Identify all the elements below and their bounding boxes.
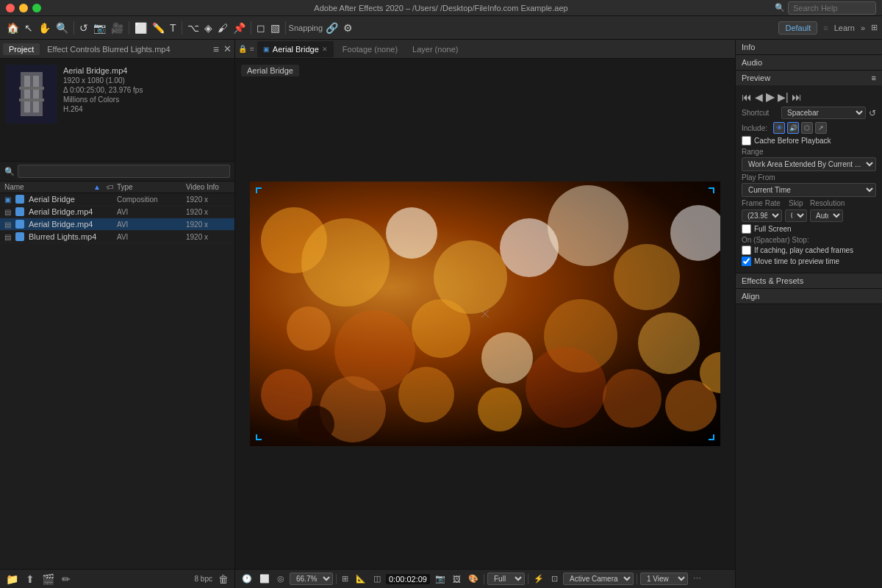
effects-presets-header[interactable]: Effects & Presets [736, 273, 882, 288]
shortcut-row: Shortcut Spacebar ↺ [742, 107, 876, 119]
skip-select[interactable]: 0 [785, 209, 807, 222]
file-info-aerial-comp: 1920 x [186, 196, 230, 204]
pen-tool[interactable]: ✏️ [150, 21, 167, 35]
info-section-header[interactable]: Info [736, 40, 882, 54]
tab-project[interactable]: Project [3, 43, 40, 55]
search-help-input[interactable] [788, 1, 876, 15]
rotate-tool[interactable]: ↺ [77, 21, 90, 35]
resolution-select[interactable]: Full Half Auto [487, 573, 525, 585]
panel-close-icon[interactable]: ✕ [223, 43, 232, 54]
prev-frame-btn[interactable]: ◀ [755, 91, 763, 103]
include-audio-icon[interactable]: 🔊 [787, 122, 799, 134]
panels-icon[interactable]: ⊞ [871, 23, 878, 32]
view-select[interactable]: 1 View 2 Views [640, 573, 688, 585]
camera-select[interactable]: Active Camera [563, 573, 634, 585]
rect-tool[interactable]: ⬜ [132, 21, 149, 35]
hand-tool[interactable]: ✋ [36, 21, 53, 35]
eraser-tool[interactable]: ◈ [202, 21, 215, 35]
file-row-aerial-bridge-comp[interactable]: ▣ Aerial Bridge Composition 1920 x [0, 193, 234, 206]
color-btn[interactable]: 🎨 [466, 573, 481, 584]
include-overlay-icon[interactable]: ⬡ [801, 122, 813, 134]
import-icon[interactable]: ⬆ [24, 573, 36, 586]
delete-item-icon[interactable]: 🗑 [217, 573, 230, 586]
preview-filename: Aerial Bridge.mp4 [63, 66, 229, 75]
tab-footage[interactable]: Footage (none) [337, 43, 404, 55]
align-section-header[interactable]: Align [736, 289, 882, 304]
transparency-btn[interactable]: ⊡ [549, 573, 560, 584]
minimize-button[interactable] [19, 4, 28, 12]
caching-check-row: If caching, play cached frames [742, 245, 876, 255]
audio-section-header[interactable]: Audio [736, 55, 882, 70]
close-button[interactable] [6, 4, 15, 12]
include-export-icon[interactable]: ↗ [815, 122, 827, 134]
include-video-icon[interactable]: 👁 [773, 122, 785, 134]
tab-close-icon[interactable]: ✕ [322, 46, 328, 53]
ruler-toggle-btn[interactable]: 📐 [354, 573, 368, 584]
title-bar: Adobe After Effects 2020 – /Users/ /Desk… [0, 0, 882, 16]
range-select[interactable]: Work Area Extended By Current ... [742, 157, 876, 171]
more-options-icon[interactable]: » [861, 24, 865, 32]
zoom-tool[interactable]: 🔍 [54, 21, 71, 35]
comp-tab-lock-icon: 🔒 [238, 45, 247, 53]
grid-btn[interactable]: ⊞ [340, 573, 351, 584]
help-area: 🔍 [775, 1, 876, 15]
tool-group-main: 🏠 ↖ ✋ 🔍 ↺ 📷 🎥 ⬜ ✏️ T ⌥ ◈ 🖌 📌 ◻ ▧ Snappin… [4, 21, 355, 35]
camera2-tool[interactable]: 🎥 [109, 21, 126, 35]
last-frame-btn[interactable]: ⏭ [792, 91, 802, 103]
zoom-select[interactable]: 66.7% 50% 100% [290, 573, 333, 585]
camera-tool[interactable]: 📷 [91, 21, 108, 35]
tab-layer[interactable]: Layer (none) [406, 43, 464, 55]
preview-section-header[interactable]: Preview ≡ [736, 71, 882, 85]
tab-composition[interactable]: ▣ Aerial Bridge ✕ [257, 41, 334, 57]
preview-section: Preview ≡ ⏮ ◀ ▶ ▶| ⏭ Shortcut Spacebar [736, 71, 882, 273]
timeline-icon[interactable]: 🕐 [240, 573, 254, 584]
file-row-aerial-mp4-1[interactable]: ▤ Aerial Bridge.mp4 AVI 1920 x [0, 206, 234, 218]
play-from-select[interactable]: Current Time [742, 183, 876, 197]
audio-label: Audio [742, 58, 762, 67]
fill-tool[interactable]: ▧ [268, 21, 282, 35]
select-tool[interactable]: ↖ [22, 21, 35, 35]
preview-menu-icon[interactable]: ≡ [872, 74, 876, 82]
show-snapshot-btn[interactable]: 🖼 [451, 574, 463, 584]
caching-label: If caching, play cached frames [754, 246, 853, 254]
fast-preview-btn[interactable]: ⚡ [531, 573, 546, 584]
shortcut-reset-btn[interactable]: ↺ [869, 108, 876, 118]
mask-btn[interactable]: ◫ [371, 573, 383, 584]
next-frame-btn[interactable]: ▶| [778, 91, 789, 103]
first-frame-btn[interactable]: ⏮ [742, 91, 752, 103]
clone-tool[interactable]: ⌥ [185, 21, 201, 35]
play-btn[interactable]: ▶ [766, 90, 775, 104]
viewer-options-btn[interactable]: ⋯ [691, 573, 703, 584]
snap-options[interactable]: ⚙ [341, 21, 355, 35]
home-tool[interactable]: 🏠 [4, 21, 21, 35]
search-icon-project: 🔍 [4, 167, 15, 176]
paint-tool[interactable]: 🖌 [215, 21, 230, 35]
cache-checkbox[interactable] [742, 136, 751, 146]
file-row-blurred-lights[interactable]: ▤ Blurred Lights.mp4 AVI 1920 x [0, 231, 234, 243]
workspace-selector[interactable]: Default [778, 21, 817, 35]
shape-tool[interactable]: ◻ [254, 21, 268, 35]
text-tool[interactable]: T [168, 21, 179, 35]
framerate-select[interactable]: (23.98) [742, 209, 782, 222]
col-header-info: Video Info [186, 183, 230, 191]
caching-checkbox[interactable] [742, 245, 751, 255]
new-folder-icon[interactable]: 📁 [4, 573, 20, 586]
new-comp-from-footage-icon[interactable]: 🎬 [40, 573, 56, 586]
maximize-button[interactable] [32, 4, 41, 12]
alpha-btn[interactable]: ◎ [275, 573, 287, 584]
file-row-aerial-mp4-2[interactable]: ▤ Aerial Bridge.mp4 AVI 1920 x [0, 218, 234, 231]
shortcut-select[interactable]: Spacebar [781, 107, 866, 119]
panel-menu-icon[interactable]: ≡ [213, 43, 219, 55]
learn-button[interactable]: Learn [834, 24, 855, 32]
tab-effect-controls[interactable]: Effect Controls Blurred Lights.mp4 [41, 43, 176, 55]
snap-toggle[interactable]: 🔗 [323, 21, 340, 35]
dependency-icon[interactable]: ✏ [60, 573, 72, 586]
fullscreen-checkbox[interactable] [742, 224, 751, 234]
puppet-tool[interactable]: 📌 [231, 21, 248, 35]
file-preview-area: Aerial Bridge.mp4 1920 x 1080 (1.00) Δ 0… [0, 59, 234, 162]
project-search-input[interactable] [18, 165, 230, 178]
snapshot-btn[interactable]: 📷 [433, 573, 448, 584]
move-time-checkbox[interactable] [742, 257, 751, 266]
resolution-select-preview[interactable]: Auto [810, 209, 843, 222]
viewer-display-btn[interactable]: ⬜ [257, 573, 272, 584]
